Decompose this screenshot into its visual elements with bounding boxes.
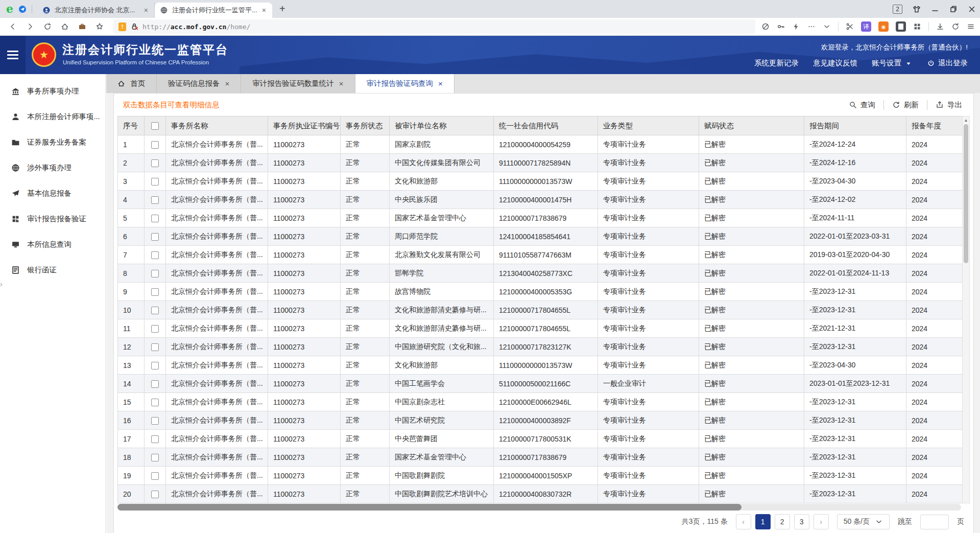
vertical-scroll-thumb[interactable] (964, 124, 968, 263)
sidebar-item-7[interactable]: 本所信息查询 (0, 231, 105, 257)
row-checkbox[interactable] (151, 178, 159, 186)
row-select-cell[interactable] (145, 338, 166, 356)
table-row[interactable]: 18北京恒介会计师事务所（普...11000273正常国家艺术基金管理中心121… (118, 448, 967, 467)
restore-button[interactable] (949, 5, 958, 13)
row-checkbox[interactable] (151, 251, 159, 259)
page-size-select[interactable]: 50 条/页 (837, 514, 890, 529)
theme-tshirt-icon[interactable] (913, 5, 921, 13)
screenshot-scissors-icon[interactable] (846, 22, 854, 31)
row-checkbox[interactable] (151, 491, 159, 498)
row-select-cell[interactable] (145, 393, 166, 411)
page-tab-1[interactable]: 首页 (106, 74, 157, 93)
close-tab-icon[interactable]: × (261, 6, 267, 14)
row-checkbox[interactable] (151, 417, 159, 425)
page-tab-4[interactable]: 审计报告验证码查询× (355, 74, 455, 93)
table-row[interactable]: 6北京恒介会计师事务所（普...11000273正常周口师范学院12410000… (118, 227, 967, 246)
close-tab-icon[interactable]: × (225, 79, 230, 88)
row-select-cell[interactable] (145, 264, 166, 283)
row-checkbox[interactable] (151, 270, 159, 277)
game-center-icon[interactable] (878, 21, 889, 32)
table-row[interactable]: 17北京恒介会计师事务所（普...11000273正常中央芭蕾舞团1210000… (118, 430, 967, 448)
speed-mode-icon[interactable] (18, 5, 27, 13)
table-row[interactable]: 8北京恒介会计师事务所（普...11000273正常邯郸学院1213040040… (118, 264, 967, 283)
table-row[interactable]: 12北京恒介会计师事务所（普...11000273正常中国旅游研究院（文化和旅.… (118, 338, 967, 356)
row-checkbox[interactable] (151, 472, 159, 480)
sidebar-item-3[interactable]: 证券服务业务备案 (0, 129, 105, 155)
row-select-cell[interactable] (145, 154, 166, 172)
undo-restore-icon[interactable] (951, 22, 960, 31)
row-checkbox[interactable] (151, 399, 159, 406)
favorite-edit-icon[interactable] (92, 19, 107, 34)
row-select-cell[interactable] (145, 209, 166, 227)
sidebar-toggle-icon[interactable] (7, 49, 18, 61)
select-all-checkbox[interactable] (151, 122, 159, 130)
scroll-up-icon[interactable]: ▲ (963, 117, 969, 124)
row-select-cell[interactable] (145, 135, 166, 154)
close-tab-icon[interactable]: × (339, 79, 344, 88)
apps-grid-icon[interactable] (913, 22, 921, 31)
row-select-cell[interactable] (145, 246, 166, 264)
logout-link[interactable]: 退出登录 (927, 58, 968, 68)
table-row[interactable]: 7北京恒介会计师事务所（普...11000273正常北京雅勤文化发展有限公司91… (118, 246, 967, 264)
browser-tab-1[interactable]: 北京注册会计师协会 北京... × (37, 3, 155, 18)
tab-count-badge[interactable]: 2 (893, 5, 902, 14)
export-button[interactable]: 导出 (927, 100, 964, 110)
page-button-3[interactable]: 3 (794, 514, 809, 529)
home-button[interactable] (57, 19, 73, 34)
row-checkbox[interactable] (151, 233, 159, 241)
table-row[interactable]: 11北京恒介会计师事务所（普...11000273正常文化和旅游部清史纂修与研.… (118, 319, 967, 338)
table-row[interactable]: 4北京恒介会计师事务所（普...11000273正常中央民族乐团12100000… (118, 191, 967, 209)
warning-shield-icon[interactable]: ! (118, 22, 126, 31)
horizontal-scrollbar[interactable] (117, 504, 961, 511)
row-select-cell[interactable] (145, 301, 166, 319)
url-field[interactable]: ! http://acc.mof.gov.cn/home/ (113, 19, 755, 34)
vertical-scrollbar[interactable]: ▲ (962, 116, 970, 503)
row-select-cell[interactable] (145, 356, 166, 375)
refresh-button[interactable]: 刷新 (884, 100, 927, 110)
row-checkbox[interactable] (151, 435, 159, 443)
translate-icon[interactable] (861, 21, 871, 32)
minimize-button[interactable] (931, 5, 939, 13)
page-button-1[interactable]: 1 (755, 514, 771, 529)
row-select-cell[interactable] (145, 172, 166, 191)
sidebar-collapse-handle[interactable]: › (0, 280, 3, 288)
feedback-link[interactable]: 意见建议反馈 (813, 58, 857, 68)
table-row[interactable]: 10北京恒介会计师事务所（普...11000273正常文化和旅游部清史纂修与研.… (118, 301, 967, 319)
table-row[interactable]: 2北京恒介会计师事务所（普...11000273正常中国文化传媒集团有限公司91… (118, 154, 967, 172)
row-select-cell[interactable] (145, 430, 166, 448)
page-tab-3[interactable]: 审计报告验证码数量统计× (241, 74, 355, 93)
table-row[interactable]: 15北京恒介会计师事务所（普...11000273正常中国京剧杂志社121000… (118, 393, 967, 411)
row-checkbox[interactable] (151, 325, 159, 333)
sidebar-item-5[interactable]: 基本信息报备 (0, 180, 105, 206)
select-all-header[interactable] (145, 117, 166, 135)
table-row[interactable]: 5北京恒介会计师事务所（普...11000273正常国家艺术基金管理中心1210… (118, 209, 967, 227)
sidebar-item-4[interactable]: 涉外事项办理 (0, 155, 105, 180)
sidebar-item-6[interactable]: 审计报告报备验证 (0, 206, 105, 231)
reading-mode-icon[interactable] (896, 21, 906, 32)
row-checkbox[interactable] (151, 362, 159, 369)
row-select-cell[interactable] (145, 283, 166, 301)
row-checkbox[interactable] (151, 141, 159, 149)
briefcase-icon[interactable] (75, 19, 90, 34)
back-button[interactable] (5, 19, 20, 34)
table-row[interactable]: 13北京恒介会计师事务所（普...11000273正常文化和旅游部1110000… (118, 356, 967, 375)
adblock-icon[interactable] (761, 22, 770, 31)
row-select-cell[interactable] (145, 411, 166, 430)
row-checkbox[interactable] (151, 380, 159, 388)
row-checkbox[interactable] (151, 215, 159, 222)
row-checkbox[interactable] (151, 343, 159, 351)
table-row[interactable]: 19北京恒介会计师事务所（普...11000273正常中国歌剧舞剧院121000… (118, 467, 967, 485)
table-row[interactable]: 16北京恒介会计师事务所（普...11000273正常中国艺术研究院121000… (118, 411, 967, 430)
more-dots-icon[interactable] (807, 22, 816, 31)
boost-lightning-icon[interactable] (792, 22, 800, 31)
row-select-cell[interactable] (145, 191, 166, 209)
row-select-cell[interactable] (145, 448, 166, 467)
browser-menu-icon[interactable] (967, 22, 975, 31)
next-page-button[interactable]: › (814, 514, 829, 529)
downloads-icon[interactable] (936, 22, 944, 31)
sidebar-item-8[interactable]: 银行函证 (0, 257, 105, 283)
row-select-cell[interactable] (145, 319, 166, 338)
sidebar-item-2[interactable]: 本所注册会计师事项... (0, 104, 105, 129)
password-key-icon[interactable] (777, 22, 785, 31)
row-select-cell[interactable] (145, 375, 166, 393)
